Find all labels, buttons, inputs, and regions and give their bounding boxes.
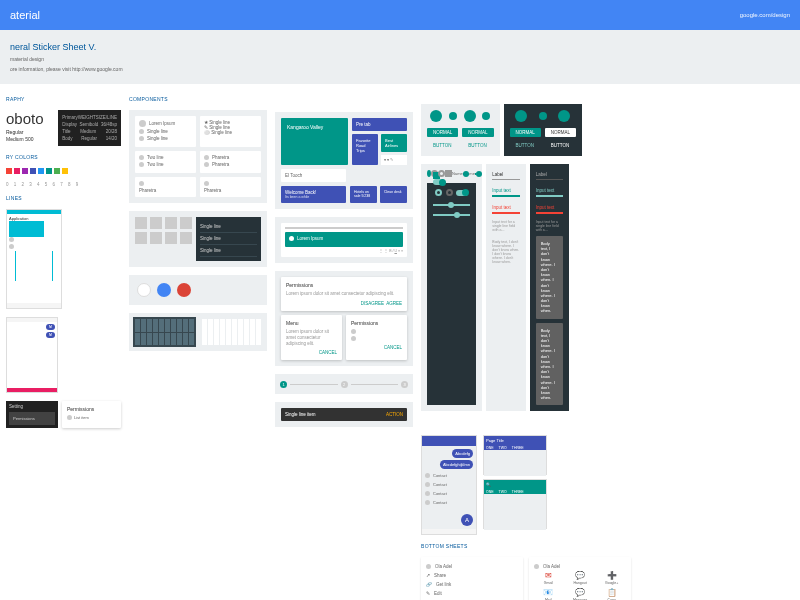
tile-best[interactable]: Best Airlines	[381, 134, 407, 152]
tf-error[interactable]: Input text	[492, 203, 519, 214]
tile-clean[interactable]: Clean desk	[380, 186, 407, 203]
slider-2[interactable]	[475, 173, 476, 175]
btn-cancel[interactable]: CANCEL	[319, 350, 337, 355]
btn-raised[interactable]: NORMAL	[427, 128, 458, 137]
radio-off-2[interactable]	[438, 170, 445, 177]
notification[interactable]: Lorem Ipsum ⋮ ⋮ B I U ≡ ≡	[281, 223, 407, 257]
btn-raised-d[interactable]: NORMAL	[510, 128, 541, 137]
subheader: neral Sticker Sheet V. material design o…	[0, 30, 800, 84]
tf-d1[interactable]: Label	[536, 170, 563, 180]
slider-d[interactable]	[433, 204, 470, 206]
list-cards: Lorem Ipsum Single line Single line ★ Si…	[129, 110, 267, 203]
radio-off[interactable]	[431, 170, 438, 177]
swatch-blue[interactable]	[38, 168, 44, 174]
label-bottomsheets: Bottom Sheets	[421, 543, 631, 549]
chat-fab[interactable]: A	[461, 514, 473, 526]
snackbar: Single line item ACTION	[281, 408, 407, 421]
list-card-5[interactable]: Pharetra	[135, 177, 196, 197]
grid-tile[interactable]	[150, 232, 162, 244]
phone-mock-list: M M	[6, 317, 58, 393]
btn-disagree[interactable]: DISAGREE	[361, 301, 384, 306]
chat-bubble-1: Abcdefg	[452, 449, 473, 458]
fab-dark[interactable]	[515, 110, 527, 122]
subheader-desc: material design	[10, 56, 790, 62]
dialog-permissions: Permissions Lorem ipsum dolor sit amet c…	[281, 277, 407, 311]
switch-d[interactable]	[456, 190, 468, 196]
header-link[interactable]: google.com/design	[740, 12, 790, 18]
grid-tile[interactable]	[150, 217, 162, 229]
tabs-phone-indigo: Page Title ONETWOTHREE	[483, 435, 547, 475]
radio-off-d[interactable]	[446, 189, 453, 196]
inbox-icon[interactable]	[157, 283, 171, 297]
keyboard-light[interactable]	[200, 317, 263, 347]
radio-on-d[interactable]	[435, 189, 442, 196]
swatch-pink[interactable]	[14, 168, 20, 174]
btn-flat-d[interactable]: BUTTON	[510, 141, 541, 150]
keyboard-dark[interactable]	[133, 317, 196, 347]
phone-mock-sidenav: Application	[6, 209, 62, 309]
step-3[interactable]: 3	[401, 381, 408, 388]
tf-d-error[interactable]: Input text	[536, 203, 563, 214]
grid-tile[interactable]	[180, 232, 192, 244]
tf-d-active[interactable]: Input text	[536, 186, 563, 197]
btn-agree[interactable]: AGREE	[386, 301, 402, 306]
share-icon: ↗	[426, 573, 430, 578]
list-card-3[interactable]: Two line Two line	[135, 151, 196, 173]
slider[interactable]	[463, 173, 464, 175]
list-card-4[interactable]: Pharetra Pharetra	[200, 151, 261, 173]
tile-road[interactable]: Favorite Road Trips	[352, 134, 378, 165]
step-1[interactable]: 1	[280, 381, 287, 388]
card-kangaroo[interactable]: Kangaroo Valley	[281, 118, 348, 165]
list-card-2[interactable]: ★ Single line ✎ Single line ⚪ Single lin…	[200, 116, 261, 147]
grid-tile[interactable]	[165, 217, 177, 229]
card-eltooch[interactable]: El Tooch	[281, 169, 346, 182]
label-colors: RY COLORS	[6, 154, 121, 160]
brand-panel	[129, 275, 267, 305]
controls-section: Name Name Label Input text Input text In…	[421, 164, 569, 411]
btn-flat-d2[interactable]: BUTTON	[545, 141, 576, 150]
tf-active[interactable]: Input text	[492, 186, 519, 197]
btn-raised-2[interactable]: NORMAL	[462, 128, 493, 137]
chat-bubble-2: Abcdefghijklmn	[440, 460, 473, 469]
switch-on[interactable]	[433, 179, 445, 185]
grid-tile[interactable]	[165, 232, 177, 244]
btn-flat[interactable]: BUTTON	[427, 141, 458, 150]
swatch-amber[interactable]	[62, 168, 68, 174]
snackbars: Single line item ACTION	[275, 402, 413, 427]
step-2[interactable]: 2	[341, 381, 348, 388]
snack-action[interactable]: ACTION	[386, 412, 403, 417]
tile-sale[interactable]: Hotels on sale 9.238	[350, 186, 377, 203]
tf-1[interactable]: Label	[492, 170, 519, 180]
checkbox-off[interactable]	[445, 170, 452, 177]
notif-header: Lorem Ipsum	[285, 232, 403, 247]
docs-icon[interactable]	[177, 283, 191, 297]
grid-tile[interactable]	[135, 217, 147, 229]
keyboard-panel	[129, 313, 267, 351]
tile-icons[interactable]: ♥ ♥ ✎	[381, 155, 407, 165]
fab-mini-dark[interactable]	[539, 112, 547, 120]
slider-d2[interactable]	[433, 214, 470, 216]
card-examples: Kangaroo Valley Pre tab Favorite Road Tr…	[275, 112, 413, 209]
list-card-6[interactable]: Pharetra	[200, 177, 261, 197]
fab-2[interactable]	[464, 110, 476, 122]
tabs-phone-teal: 🔍 ONETWOTHREE	[483, 479, 547, 529]
btn-light[interactable]: NORMAL	[545, 128, 576, 137]
swatch-indigo[interactable]	[30, 168, 36, 174]
list-card-1[interactable]: Lorem Ipsum Single line Single line	[135, 116, 196, 147]
controls-dark	[427, 183, 476, 405]
fab-mini[interactable]	[449, 112, 457, 120]
swatch-teal[interactable]	[46, 168, 52, 174]
fab[interactable]	[430, 110, 442, 122]
card-welcome[interactable]: Welcome Back! Its been a while	[281, 186, 346, 203]
chat-tabs-row: Abcdefg Abcdefghijklmn Contact Contact C…	[421, 435, 631, 535]
grid-tile[interactable]	[180, 217, 192, 229]
gmail-icon[interactable]	[137, 283, 151, 297]
fab-dark-2[interactable]	[558, 110, 570, 122]
fab-mini-2[interactable]	[482, 112, 490, 120]
tile-pretab[interactable]: Pre tab	[352, 118, 407, 131]
grid-tile[interactable]	[135, 232, 147, 244]
swatch-red[interactable]	[6, 168, 12, 174]
swatch-green[interactable]	[54, 168, 60, 174]
btn-flat-2[interactable]: BUTTON	[462, 141, 493, 150]
swatch-purple[interactable]	[22, 168, 28, 174]
